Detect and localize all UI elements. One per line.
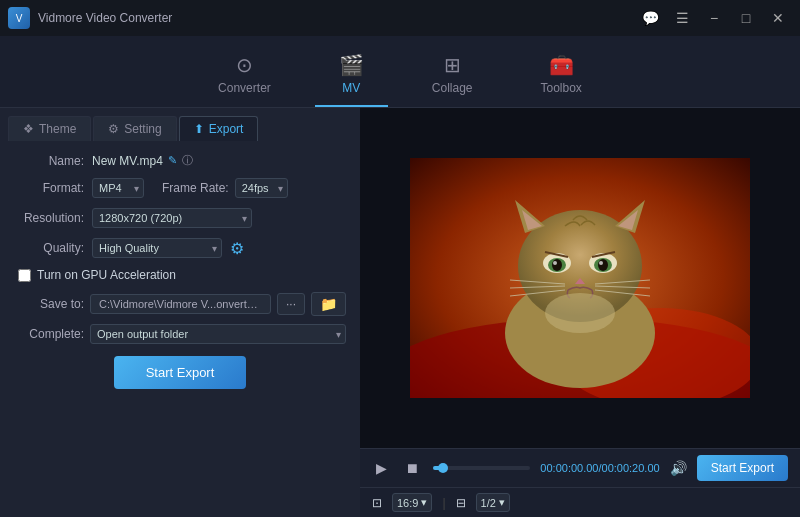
export-icon: ⬆ [194, 122, 204, 136]
scale-value: 1/2 [481, 497, 496, 509]
app-icon: V [8, 7, 30, 29]
toolbox-icon: 🧰 [549, 53, 574, 77]
name-value: New MV.mp4 ✎ ⓘ [92, 153, 193, 168]
left-panel: ❖ Theme ⚙ Setting ⬆ Export Name: New MV.… [0, 108, 360, 517]
complete-label: Complete: [14, 327, 84, 341]
tab-toolbox[interactable]: 🧰 Toolbox [517, 45, 606, 107]
svg-point-15 [553, 261, 557, 265]
complete-select-wrap: Open output folderDo nothingShutdown [90, 324, 346, 344]
resolution-label: Resolution: [14, 211, 84, 225]
ratio-icon: ⊡ [372, 496, 382, 510]
app-title: Vidmore Video Converter [38, 11, 172, 25]
ratio-bar: ⊡ 16:9 ▾ | ⊟ 1/2 ▾ [360, 487, 800, 517]
titlebar-controls: 💬 ☰ − □ ✕ [636, 7, 792, 29]
name-row: Name: New MV.mp4 ✎ ⓘ [14, 153, 346, 168]
quality-select-wrap: High QualityMedium QualityLow Quality [92, 238, 222, 258]
nav-tabs: ⊙ Converter 🎬 MV ⊞ Collage 🧰 Toolbox [0, 36, 800, 108]
theme-icon: ❖ [23, 122, 34, 136]
frame-rate-select[interactable]: 24fps25fps30fps60fps [235, 178, 288, 198]
mv-icon: 🎬 [339, 53, 364, 77]
complete-select[interactable]: Open output folderDo nothingShutdown [90, 324, 346, 344]
stop-button[interactable]: ⏹ [401, 458, 423, 478]
save-path: C:\Vidmore\Vidmore V...onverter\MV Expor… [90, 294, 271, 314]
sub-tab-theme-label: Theme [39, 122, 76, 136]
sub-tab-setting-label: Setting [124, 122, 161, 136]
progress-dot [438, 463, 448, 473]
video-controls-bar: ▶ ⏹ 00:00:00.00/00:00:20.00 🔊 Start Expo… [360, 448, 800, 487]
ratio-value: 16:9 [397, 497, 418, 509]
ratio-select[interactable]: 16:9 ▾ [392, 493, 432, 512]
converter-icon: ⊙ [236, 53, 253, 77]
svg-point-26 [545, 293, 615, 333]
tab-collage[interactable]: ⊞ Collage [408, 45, 497, 107]
ratio-divider: | [442, 496, 445, 510]
frame-rate-label: Frame Rate: [162, 181, 229, 195]
sub-tab-export[interactable]: ⬆ Export [179, 116, 259, 141]
collage-icon: ⊞ [444, 53, 461, 77]
main-area: ❖ Theme ⚙ Setting ⬆ Export Name: New MV.… [0, 108, 800, 517]
export-form: Name: New MV.mp4 ✎ ⓘ Format: MP4MOVAVIMK… [0, 141, 360, 517]
gpu-checkbox[interactable] [18, 269, 31, 282]
tab-mv-label: MV [342, 81, 360, 95]
resolution-select-wrap: 1280x720 (720p)1920x1080 (1080p)854x480 … [92, 208, 252, 228]
svg-point-13 [552, 259, 562, 271]
complete-row: Complete: Open output folderDo nothingSh… [14, 324, 346, 344]
quality-gear-icon[interactable]: ⚙ [230, 239, 244, 258]
gpu-label: Turn on GPU Acceleration [37, 268, 176, 282]
tab-mv[interactable]: 🎬 MV [315, 45, 388, 107]
setting-icon: ⚙ [108, 122, 119, 136]
format-select[interactable]: MP4MOVAVIMKV [92, 178, 144, 198]
open-folder-button[interactable]: 📁 [311, 292, 346, 316]
svg-point-14 [598, 259, 608, 271]
frame-rate-wrap: Frame Rate: 24fps25fps30fps60fps [162, 178, 288, 198]
scale-icon: ⊟ [456, 496, 466, 510]
message-button[interactable]: 💬 [636, 7, 664, 29]
tab-converter-label: Converter [218, 81, 271, 95]
titlebar: V Vidmore Video Converter 💬 ☰ − □ ✕ [0, 0, 800, 36]
titlebar-left: V Vidmore Video Converter [8, 7, 172, 29]
frame-rate-select-wrap: 24fps25fps30fps60fps [235, 178, 288, 198]
volume-icon[interactable]: 🔊 [670, 460, 687, 476]
tab-toolbox-label: Toolbox [541, 81, 582, 95]
cat-preview-image [410, 158, 750, 398]
sub-tabs: ❖ Theme ⚙ Setting ⬆ Export [0, 108, 360, 141]
gpu-row: Turn on GPU Acceleration [14, 268, 346, 282]
play-button[interactable]: ▶ [372, 458, 391, 478]
quality-select[interactable]: High QualityMedium QualityLow Quality [92, 238, 222, 258]
scale-select[interactable]: 1/2 ▾ [476, 493, 510, 512]
minimize-button[interactable]: − [700, 7, 728, 29]
resolution-row: Resolution: 1280x720 (720p)1920x1080 (10… [14, 208, 346, 228]
tab-converter[interactable]: ⊙ Converter [194, 45, 295, 107]
format-select-wrap: MP4MOVAVIMKV [92, 178, 144, 198]
sub-tab-export-label: Export [209, 122, 244, 136]
progress-bar[interactable] [433, 466, 530, 470]
right-panel: ▶ ⏹ 00:00:00.00/00:00:20.00 🔊 Start Expo… [360, 108, 800, 517]
name-label: Name: [14, 154, 84, 168]
tab-collage-label: Collage [432, 81, 473, 95]
name-info-icon[interactable]: ⓘ [182, 153, 193, 168]
sub-tab-setting[interactable]: ⚙ Setting [93, 116, 176, 141]
ratio-chevron: ▾ [421, 496, 427, 509]
resolution-select[interactable]: 1280x720 (720p)1920x1080 (1080p)854x480 … [92, 208, 252, 228]
browse-dots-button[interactable]: ··· [277, 293, 305, 315]
menu-button[interactable]: ☰ [668, 7, 696, 29]
name-edit-icon[interactable]: ✎ [168, 154, 177, 167]
sub-tab-theme[interactable]: ❖ Theme [8, 116, 91, 141]
save-to-row: Save to: C:\Vidmore\Vidmore V...onverter… [14, 292, 346, 316]
video-preview [360, 108, 800, 448]
name-text: New MV.mp4 [92, 154, 163, 168]
save-to-label: Save to: [14, 297, 84, 311]
start-export-right-button[interactable]: Start Export [697, 455, 788, 481]
close-button[interactable]: ✕ [764, 7, 792, 29]
quality-label: Quality: [14, 241, 84, 255]
scale-chevron: ▾ [499, 496, 505, 509]
start-export-left-button[interactable]: Start Export [114, 356, 247, 389]
format-row: Format: MP4MOVAVIMKV Frame Rate: 24fps25… [14, 178, 346, 198]
maximize-button[interactable]: □ [732, 7, 760, 29]
quality-row: Quality: High QualityMedium QualityLow Q… [14, 238, 346, 258]
svg-point-16 [599, 261, 603, 265]
format-label: Format: [14, 181, 84, 195]
time-display: 00:00:00.00/00:00:20.00 [540, 462, 659, 474]
